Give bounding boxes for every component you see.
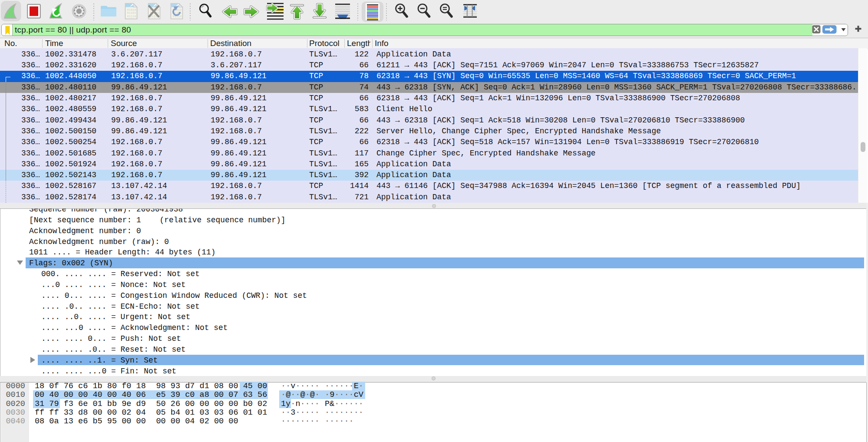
- svg-text:01110: 01110: [127, 15, 136, 18]
